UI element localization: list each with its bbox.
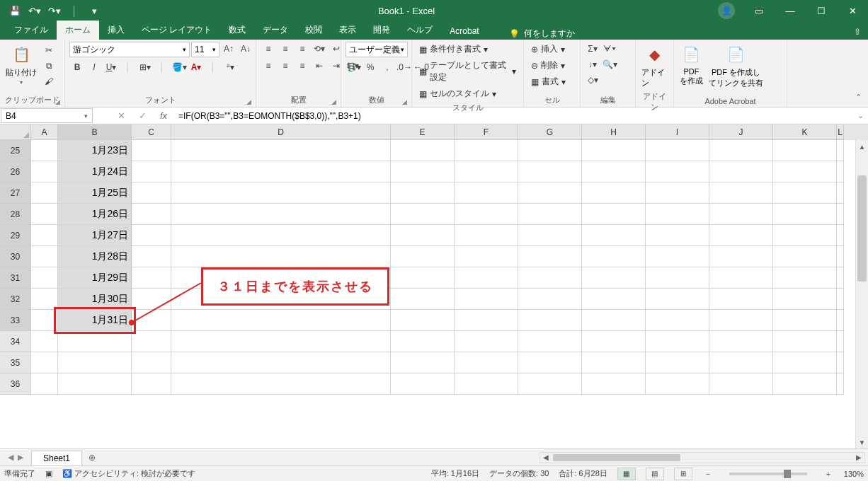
align-bottom-button[interactable]: ≡ — [295, 42, 310, 56]
sheet-nav-prev[interactable]: ◀ — [8, 453, 13, 462]
cell-K27[interactable] — [773, 182, 837, 204]
cell-E34[interactable] — [391, 331, 455, 352]
collapse-ribbon-button[interactable]: ⌃ — [853, 91, 864, 104]
cell-C35[interactable] — [132, 352, 171, 373]
pdf-create-button[interactable]: 📄PDF を作成 — [678, 42, 704, 88]
cell-J28[interactable] — [709, 204, 773, 225]
save-icon[interactable]: 💾 — [6, 1, 24, 20]
cell-A28[interactable] — [31, 204, 58, 225]
cell-C36[interactable] — [132, 373, 171, 395]
enter-formula-button[interactable]: ✓ — [132, 108, 153, 124]
cell-H33[interactable] — [582, 310, 646, 331]
cell-C33[interactable] — [132, 310, 171, 331]
cell-H26[interactable] — [582, 161, 646, 182]
cell-I36[interactable] — [646, 373, 709, 395]
cell-K28[interactable] — [773, 204, 837, 225]
orientation-button[interactable]: ⟲▾ — [312, 42, 327, 56]
clipboard-launcher[interactable]: ◢ — [55, 98, 60, 105]
underline-button[interactable]: U▾ — [103, 60, 119, 74]
cell-E31[interactable] — [391, 267, 455, 289]
cell-H31[interactable] — [582, 267, 646, 289]
cell-H34[interactable] — [582, 331, 646, 352]
tab-home[interactable]: ホーム — [57, 21, 99, 40]
cell-I35[interactable] — [646, 352, 709, 373]
cell-F27[interactable] — [455, 182, 518, 204]
cell-D35[interactable] — [171, 352, 391, 373]
delete-cells-button[interactable]: ⊖削除▾ — [528, 58, 568, 73]
cell-B32[interactable]: 1月30日 — [58, 289, 132, 310]
cell-B34[interactable] — [58, 331, 132, 352]
cell-L35[interactable] — [837, 352, 844, 373]
cell-I31[interactable] — [646, 267, 709, 289]
horizontal-scroll-thumb[interactable] — [553, 454, 680, 461]
italic-button[interactable]: I — [86, 60, 102, 74]
addins-button[interactable]: ◆アドイン — [640, 42, 669, 90]
cell-B35[interactable] — [58, 352, 132, 373]
font-launcher[interactable]: ◢ — [246, 98, 251, 105]
format-as-table-button[interactable]: ▦テーブルとして書式設定▾ — [416, 58, 519, 85]
cell-A25[interactable] — [31, 140, 58, 161]
row-header-29[interactable]: 29 — [0, 225, 31, 246]
cell-D26[interactable] — [171, 161, 391, 182]
zoom-in-button[interactable]: + — [823, 470, 834, 478]
decrease-font-button[interactable]: A↓ — [238, 42, 253, 56]
column-header-D[interactable]: D — [171, 124, 391, 140]
cell-F33[interactable] — [455, 310, 518, 331]
cell-F31[interactable] — [455, 267, 518, 289]
close-button[interactable]: ✕ — [837, 0, 868, 21]
cell-J36[interactable] — [709, 373, 773, 395]
cell-D29[interactable] — [171, 225, 391, 246]
cell-E26[interactable] — [391, 161, 455, 182]
cell-J26[interactable] — [709, 161, 773, 182]
cell-G25[interactable] — [518, 140, 582, 161]
accounting-format-button[interactable]: 💱▾ — [346, 60, 361, 74]
bold-button[interactable]: B — [69, 60, 85, 74]
row-header-32[interactable]: 32 — [0, 289, 31, 310]
cell-F25[interactable] — [455, 140, 518, 161]
cell-I26[interactable] — [646, 161, 709, 182]
tab-view[interactable]: 表示 — [331, 21, 365, 40]
tab-file[interactable]: ファイル — [6, 21, 57, 40]
cell-L32[interactable] — [837, 289, 844, 310]
cell-H36[interactable] — [582, 373, 646, 395]
increase-font-button[interactable]: A↑ — [221, 42, 236, 56]
cell-G28[interactable] — [518, 204, 582, 225]
scroll-down-button[interactable]: ▼ — [856, 436, 868, 448]
cell-A32[interactable] — [31, 289, 58, 310]
indent-decrease-button[interactable]: ⇤ — [312, 59, 327, 73]
cell-L34[interactable] — [837, 331, 844, 352]
pdf-share-button[interactable]: 📄PDF を作成し てリンクを共有 — [707, 42, 765, 90]
cell-K29[interactable] — [773, 225, 837, 246]
cell-I34[interactable] — [646, 331, 709, 352]
column-header-H[interactable]: H — [582, 124, 646, 140]
fill-button[interactable]: ↓▾ — [585, 57, 600, 71]
tab-help[interactable]: ヘルプ — [399, 21, 441, 40]
cell-B29[interactable]: 1月27日 — [58, 225, 132, 246]
cell-K36[interactable] — [773, 373, 837, 395]
cell-C32[interactable] — [132, 289, 171, 310]
cell-L26[interactable] — [837, 161, 844, 182]
cell-F35[interactable] — [455, 352, 518, 373]
tab-formulas[interactable]: 数式 — [220, 21, 254, 40]
cell-G26[interactable] — [518, 161, 582, 182]
row-header-27[interactable]: 27 — [0, 182, 31, 204]
cell-F30[interactable] — [455, 246, 518, 267]
cell-F28[interactable] — [455, 204, 518, 225]
cell-J31[interactable] — [709, 267, 773, 289]
copy-button[interactable]: ⧉ — [41, 59, 57, 73]
insert-cells-button[interactable]: ⊕挿入▾ — [528, 42, 568, 57]
new-sheet-button[interactable]: ⊕ — [82, 453, 102, 463]
qat-customize[interactable]: ▾ — [85, 1, 103, 20]
sheet-nav-next[interactable]: ▶ — [18, 453, 23, 462]
zoom-out-button[interactable]: − — [702, 470, 714, 478]
cell-C28[interactable] — [132, 204, 171, 225]
cell-C26[interactable] — [132, 161, 171, 182]
cell-G31[interactable] — [518, 267, 582, 289]
cell-L33[interactable] — [837, 310, 844, 331]
tab-review[interactable]: 校閲 — [297, 21, 331, 40]
column-header-E[interactable]: E — [391, 124, 455, 140]
vertical-scrollbar[interactable]: ▲ ▼ — [855, 140, 868, 448]
cell-E32[interactable] — [391, 289, 455, 310]
cell-H27[interactable] — [582, 182, 646, 204]
cell-I32[interactable] — [646, 289, 709, 310]
